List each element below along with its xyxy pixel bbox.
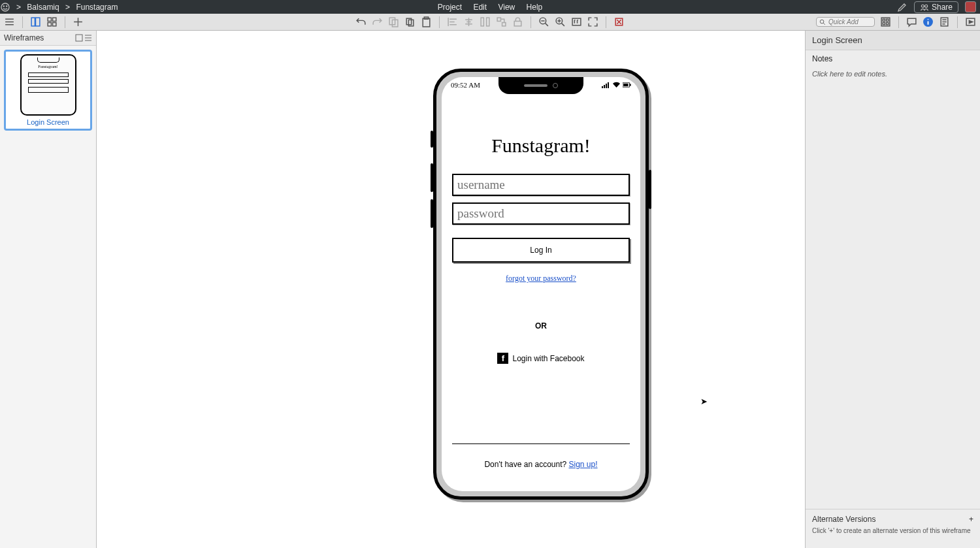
grid-view-icon[interactable] — [46, 16, 57, 27]
facebook-login-row[interactable]: f Login with Facebook — [452, 353, 630, 364]
svg-rect-6 — [36, 18, 40, 26]
menu-edit[interactable]: Edit — [473, 3, 487, 12]
add-alt-version-button[interactable]: + — [969, 515, 973, 524]
undo-icon[interactable] — [355, 16, 367, 27]
crumb-sep: > — [16, 3, 21, 12]
divider — [898, 16, 899, 28]
svg-rect-30 — [883, 23, 885, 25]
workspace: Wireframes Funstagram! Login Screen — [0, 31, 980, 548]
menu-project[interactable]: Project — [438, 3, 462, 12]
share-button[interactable]: Share — [914, 1, 958, 13]
svg-point-26 — [820, 20, 824, 24]
app-logo-icon[interactable] — [0, 2, 14, 12]
password-input[interactable] — [452, 202, 630, 225]
svg-rect-17 — [481, 18, 483, 26]
phone-mockup[interactable]: 09:52 AM Funstagram! Log In forgot your … — [433, 69, 649, 500]
menu-help[interactable]: Help — [527, 3, 543, 12]
align-distribute-icon[interactable] — [480, 16, 491, 27]
breadcrumb[interactable]: > Balsamiq > Funstagram — [14, 3, 120, 12]
zoom-in-icon[interactable] — [555, 16, 566, 27]
svg-rect-38 — [606, 84, 607, 88]
svg-rect-42 — [630, 84, 631, 86]
zoom-fit-icon[interactable] — [587, 16, 598, 27]
phone-side-button — [431, 199, 433, 228]
divider — [22, 16, 23, 28]
svg-rect-19 — [497, 18, 500, 21]
duplicate-icon[interactable] — [404, 16, 416, 27]
crumb-sep: > — [65, 3, 70, 12]
clipboard-icon[interactable] — [421, 16, 432, 27]
comments-icon[interactable] — [906, 16, 917, 27]
lock-icon[interactable] — [512, 16, 523, 27]
thumb-mode-icon[interactable] — [75, 34, 83, 42]
phone-side-button — [431, 131, 433, 148]
inspector-title: Login Screen — [806, 31, 980, 50]
toolbar: Quick Add — [0, 14, 980, 31]
canvas[interactable]: 09:52 AM Funstagram! Log In forgot your … — [97, 31, 805, 548]
svg-rect-24 — [572, 18, 581, 25]
zoom-actual-icon[interactable] — [571, 16, 582, 27]
svg-rect-41 — [623, 84, 628, 86]
phone-side-button — [431, 163, 433, 192]
svg-rect-28 — [883, 19, 885, 21]
library-icon[interactable] — [880, 16, 891, 27]
username-input[interactable] — [452, 174, 630, 196]
login-button[interactable]: Log In — [452, 238, 630, 263]
info-icon[interactable] — [923, 16, 934, 27]
user-avatar[interactable] — [965, 1, 976, 12]
svg-rect-39 — [608, 82, 609, 88]
align-center-icon[interactable] — [463, 16, 474, 27]
align-left-icon[interactable] — [447, 16, 458, 27]
pencil-icon[interactable] — [897, 2, 907, 12]
notes-icon[interactable] — [939, 16, 950, 27]
no-account-label: Don't have an account? — [484, 460, 568, 469]
present-icon[interactable] — [965, 16, 976, 27]
delete-icon[interactable] — [613, 16, 625, 27]
notes-body[interactable]: Click here to edit notes. — [806, 67, 980, 80]
thumbnail-view-icon[interactable] — [30, 16, 41, 27]
svg-rect-35 — [76, 35, 82, 41]
wireframe-panel-title: Wireframes — [4, 33, 44, 42]
main-menu: Project Edit View Help — [433, 3, 547, 12]
copy-icon[interactable] — [388, 16, 399, 27]
divider — [606, 16, 606, 28]
list-mode-icon[interactable] — [84, 34, 92, 42]
signal-icon — [602, 82, 610, 88]
alt-versions-hint: Click '+' to create an alternate version… — [812, 526, 973, 535]
crumb-root[interactable]: Balsamiq — [27, 3, 59, 12]
svg-rect-15 — [423, 18, 430, 27]
menu-view[interactable]: View — [498, 3, 515, 12]
cursor-icon: ➤ — [700, 396, 708, 406]
svg-rect-36 — [602, 86, 603, 88]
svg-point-1 — [3, 5, 4, 6]
crumb-project[interactable]: Funstagram — [76, 3, 118, 12]
facebook-login-label: Login with Facebook — [512, 354, 584, 363]
wireframe-panel-header: Wireframes — [0, 31, 96, 46]
inspector-panel: Login Screen Notes Click here to edit no… — [805, 31, 980, 548]
app-title[interactable]: Funstagram! — [452, 135, 630, 157]
quick-add-input[interactable]: Quick Add — [816, 17, 875, 27]
add-icon[interactable] — [73, 16, 84, 27]
wireframe-thumb[interactable]: Funstagram! Login Screen — [4, 50, 92, 131]
divider — [957, 16, 958, 28]
svg-rect-18 — [487, 18, 489, 26]
svg-rect-20 — [502, 23, 506, 26]
zoom-out-icon[interactable] — [538, 16, 549, 27]
svg-rect-31 — [887, 23, 889, 25]
svg-rect-5 — [31, 18, 35, 26]
group-icon[interactable] — [496, 16, 507, 27]
alt-versions-heading: Alternate Versions — [812, 515, 875, 524]
svg-rect-9 — [48, 23, 51, 26]
forgot-password-link[interactable]: forgot your password? — [506, 274, 576, 283]
wireframe-panel: Wireframes Funstagram! Login Screen — [0, 31, 97, 548]
mini-title: Funstagram! — [22, 65, 75, 69]
svg-rect-7 — [48, 18, 51, 21]
svg-rect-8 — [53, 18, 56, 21]
bottom-separator — [452, 443, 630, 444]
signup-link[interactable]: Sign up! — [569, 460, 598, 469]
signup-row: Don't have an account? Sign up! — [442, 460, 640, 469]
redo-icon[interactable] — [372, 16, 383, 27]
facebook-icon: f — [497, 353, 508, 364]
wireframe-thumb-preview: Funstagram! — [20, 54, 76, 116]
menu-icon[interactable] — [4, 16, 15, 27]
